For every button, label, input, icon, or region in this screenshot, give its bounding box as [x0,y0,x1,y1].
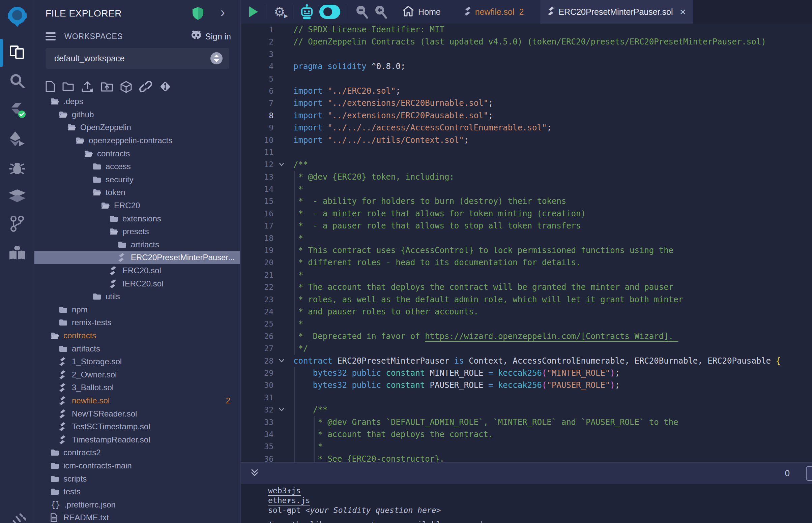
git-clone-icon[interactable] [159,81,171,94]
code-line-21: 21 * [241,269,812,281]
tab-erc20presetminterpauser[interactable]: ERC20PresetMinterPauser.sol × [541,0,693,23]
tree-item-npm[interactable]: npm [34,303,240,317]
run-script-icon[interactable] [249,6,258,17]
search-icon[interactable] [0,69,34,93]
tree-item-label: contracts [64,331,96,340]
tab-newfile[interactable]: newfile.sol 2 [458,0,531,23]
bullet: • [287,505,292,515]
tree-item-extensions[interactable]: extensions [34,212,240,225]
tree-item-label: github [72,110,94,119]
tree-item-3-ballot-sol[interactable]: 3_Ballot.sol [34,381,240,394]
tree-item--deps[interactable]: .deps [34,95,240,108]
plugin-manager-icon[interactable] [0,508,34,523]
line-number: 30 [241,379,273,391]
code-line-18: 18 * [241,232,812,244]
tree-item-openzeppelin[interactable]: OpenZeppelin [34,121,240,134]
zoom-in-icon[interactable] [374,5,387,19]
sign-in-button[interactable]: Sign in [191,30,231,42]
chevron-right-icon[interactable]: › [220,5,225,20]
folder-icon [51,488,59,495]
tree-item-remix-tests[interactable]: remix-tests [34,316,240,329]
terminal-expand-icon[interactable] [250,468,259,479]
tree-item-contracts2[interactable]: contracts2 [34,446,240,459]
tree-item-artifacts[interactable]: artifacts [34,342,240,355]
sol-icon [59,396,68,405]
workspaces-menu-icon[interactable] [46,32,56,40]
tree-item-ierc20-sol[interactable]: IERC20.sol [34,277,240,290]
ai-toggle-switch[interactable] [319,5,340,19]
tab-active-label: ERC20PresetMinterPauser.sol [559,7,673,17]
tree-item-openzeppelin-contracts[interactable]: openzeppelin-contracts [34,134,240,147]
tree-item-label: icm-contracts-main [64,461,132,470]
debugger-icon[interactable] [0,156,34,180]
terminal-listen-toggle[interactable] [806,466,812,481]
tree-item-readme-txt[interactable]: README.txt [34,511,240,523]
tree-item-contracts[interactable]: contracts [34,329,240,342]
git-icon[interactable] [0,212,34,236]
tree-item-timestampreader-sol[interactable]: TimestampReader.sol [34,433,240,446]
tree-item-tests[interactable]: tests [34,485,240,499]
sol-icon [110,279,118,288]
tree-item-1-storage-sol[interactable]: 1_Storage.sol [34,355,240,368]
line-number: 21 [241,269,273,281]
tree-item-label: 1_Storage.sol [72,357,122,366]
solidity-compiler-icon[interactable] [0,99,34,122]
terminal-line: •sol-gpt <your Solidity question here> [268,505,812,515]
folder-open-icon [93,189,102,196]
new-file-icon[interactable] [46,81,55,94]
doc-icon [51,513,59,522]
tree-item-erc20[interactable]: ERC20 [34,199,240,212]
line-number: 16 [241,208,273,220]
code-area[interactable]: 1// SPDX-License-Identifier: MIT2// Open… [241,23,812,462]
terminal-link-web3-js[interactable]: web3.js [268,486,301,495]
tree-item-access[interactable]: access [34,160,240,173]
remix-logo-icon[interactable] [0,5,34,28]
sol-icon [59,410,68,418]
tree-item-token[interactable]: token [34,186,240,199]
zoom-out-icon[interactable] [355,5,368,19]
tab-newfile-badge: 2 [519,7,524,17]
tree-item-label: npm [72,305,88,314]
ai-assistant-robot-icon[interactable] [300,4,314,20]
tree-item-erc20presetminterpauser-[interactable]: ERC20PresetMinterPauser... [34,251,240,264]
tree-item-2-owner-sol[interactable]: 2_Owner.sol [34,368,240,381]
tab-home[interactable]: Home [396,0,447,23]
upload-file-icon[interactable] [81,81,93,94]
home-icon [403,6,414,18]
learneth-icon[interactable] [0,241,34,265]
close-icon[interactable]: × [679,6,686,17]
tree-item-erc20-sol[interactable]: ERC20.sol [34,264,240,277]
tree-item-label: TestSCTimestamp.sol [72,422,151,431]
sol-icon [59,371,68,379]
editor-toolbar: ⚙▶ [241,0,812,23]
workspace-select[interactable]: default_workspace [46,48,229,69]
tab-newfile-label: newfile.sol [475,7,515,17]
tree-item-github[interactable]: github [34,108,240,121]
upload-folder-icon[interactable] [101,81,113,94]
workspace-selected-value: default_workspace [54,54,124,64]
script-config-gear-icon[interactable]: ⚙▶ [274,5,285,18]
tree-item-testsctimestamp-sol[interactable]: TestSCTimestamp.sol [34,420,240,433]
tree-item-contracts[interactable]: contracts [34,147,240,160]
tree-item-scripts[interactable]: scripts [34,472,240,485]
terminal-output[interactable]: •web3.js•ethers.js•sol-gpt <your Solidit… [241,484,812,523]
folder-open-icon [76,137,85,144]
tree-item-icm-contracts-main[interactable]: icm-contracts-main [34,459,240,472]
file-explorer-icon[interactable] [0,40,34,64]
code-line-16: 16 * - a minter role that allows for tok… [241,208,812,220]
tree-item-newfile-sol[interactable]: newfile.sol2 [34,394,240,408]
tree-item-utils[interactable]: utils [34,290,240,303]
tree-item-security[interactable]: security [34,173,240,186]
tree-item--prettierrc-json[interactable]: {}.prettierrc.json [34,498,240,511]
tree-item-label: remix-tests [72,318,111,327]
unit-testing-icon[interactable] [0,185,34,209]
deploy-run-icon[interactable] [0,127,34,151]
folder-open-icon [51,332,59,339]
folder-icon [110,215,118,222]
tree-item-presets[interactable]: presets [34,225,240,238]
link-icon[interactable] [139,81,152,94]
new-folder-icon[interactable] [63,81,74,94]
tree-item-newtsreader-sol[interactable]: NewTSReader.sol [34,407,240,420]
create-box-icon[interactable] [120,81,132,94]
tree-item-artifacts[interactable]: artifacts [34,238,240,251]
